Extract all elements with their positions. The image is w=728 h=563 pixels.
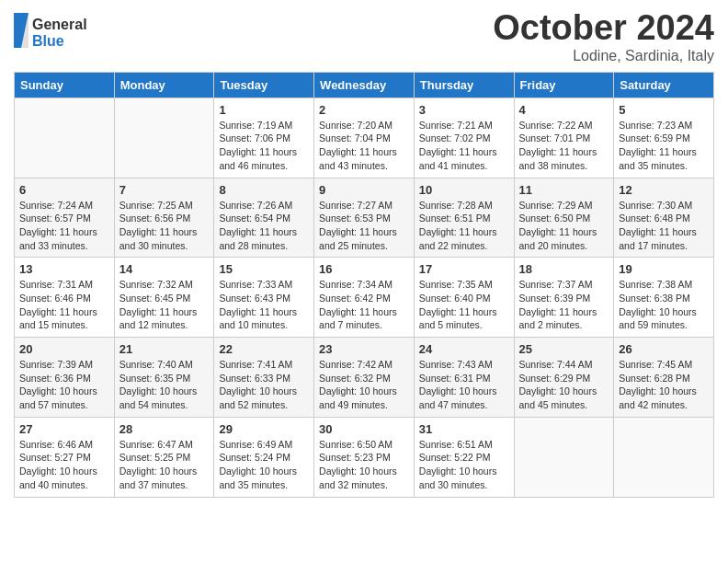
day-number: 30	[319, 422, 409, 436]
cell-info: Sunrise: 7:21 AMSunset: 7:02 PMDaylight:…	[419, 120, 497, 171]
day-number: 8	[219, 183, 309, 197]
calendar-cell: 27 Sunrise: 6:46 AMSunset: 5:27 PMDaylig…	[15, 417, 115, 497]
calendar-cell: 12 Sunrise: 7:30 AMSunset: 6:48 PMDaylig…	[614, 178, 714, 258]
day-number: 24	[419, 342, 509, 356]
cell-info: Sunrise: 7:27 AMSunset: 6:53 PMDaylight:…	[319, 200, 397, 251]
calendar-cell: 4 Sunrise: 7:22 AMSunset: 7:01 PMDayligh…	[514, 98, 614, 178]
header: General Blue October 2024 Lodine, Sardin…	[14, 9, 714, 64]
day-number: 16	[319, 262, 409, 276]
day-number: 20	[19, 342, 109, 356]
header-row: Sunday Monday Tuesday Wednesday Thursday…	[15, 72, 714, 98]
cell-info: Sunrise: 6:51 AMSunset: 5:22 PMDaylight:…	[419, 439, 497, 490]
cell-info: Sunrise: 7:26 AMSunset: 6:54 PMDaylight:…	[219, 200, 297, 251]
calendar-cell: 17 Sunrise: 7:35 AMSunset: 6:40 PMDaylig…	[414, 258, 514, 338]
cell-info: Sunrise: 7:23 AMSunset: 6:59 PMDaylight:…	[619, 120, 697, 171]
svg-text:General: General	[32, 17, 87, 32]
calendar-cell	[114, 98, 214, 178]
logo-graphic: General Blue	[14, 13, 106, 52]
cell-info: Sunrise: 7:35 AMSunset: 6:40 PMDaylight:…	[419, 279, 497, 330]
calendar-cell: 29 Sunrise: 6:49 AMSunset: 5:24 PMDaylig…	[214, 417, 314, 497]
cell-info: Sunrise: 7:43 AMSunset: 6:31 PMDaylight:…	[419, 359, 497, 410]
day-number: 21	[119, 342, 210, 356]
day-number: 10	[419, 183, 509, 197]
cell-info: Sunrise: 7:24 AMSunset: 6:57 PMDaylight:…	[19, 200, 97, 251]
col-thursday: Thursday	[414, 72, 514, 98]
day-number: 13	[19, 262, 109, 276]
col-wednesday: Wednesday	[314, 72, 415, 98]
calendar-cell: 25 Sunrise: 7:44 AMSunset: 6:29 PMDaylig…	[514, 338, 614, 418]
calendar-cell: 22 Sunrise: 7:41 AMSunset: 6:33 PMDaylig…	[214, 338, 314, 418]
calendar-cell: 28 Sunrise: 6:47 AMSunset: 5:25 PMDaylig…	[114, 417, 214, 497]
day-number: 25	[519, 342, 609, 356]
day-number: 6	[19, 183, 109, 197]
cell-info: Sunrise: 7:41 AMSunset: 6:33 PMDaylight:…	[219, 359, 297, 410]
day-number: 22	[219, 342, 309, 356]
calendar-cell	[614, 417, 714, 497]
week-row-5: 27 Sunrise: 6:46 AMSunset: 5:27 PMDaylig…	[15, 417, 714, 497]
week-row-4: 20 Sunrise: 7:39 AMSunset: 6:36 PMDaylig…	[15, 338, 714, 418]
calendar-table: Sunday Monday Tuesday Wednesday Thursday…	[14, 72, 714, 498]
cell-info: Sunrise: 7:30 AMSunset: 6:48 PMDaylight:…	[619, 200, 697, 251]
calendar-cell: 26 Sunrise: 7:45 AMSunset: 6:28 PMDaylig…	[614, 338, 714, 418]
cell-info: Sunrise: 7:20 AMSunset: 7:04 PMDaylight:…	[319, 120, 397, 171]
calendar-body: 1 Sunrise: 7:19 AMSunset: 7:06 PMDayligh…	[15, 98, 714, 497]
cell-info: Sunrise: 7:42 AMSunset: 6:32 PMDaylight:…	[319, 359, 397, 410]
cell-info: Sunrise: 7:28 AMSunset: 6:51 PMDaylight:…	[419, 200, 497, 251]
cell-info: Sunrise: 7:34 AMSunset: 6:42 PMDaylight:…	[319, 279, 397, 330]
cell-info: Sunrise: 7:40 AMSunset: 6:35 PMDaylight:…	[119, 359, 198, 410]
cell-info: Sunrise: 7:31 AMSunset: 6:46 PMDaylight:…	[19, 279, 97, 330]
col-friday: Friday	[514, 72, 614, 98]
calendar-cell: 21 Sunrise: 7:40 AMSunset: 6:35 PMDaylig…	[114, 338, 214, 418]
calendar-cell: 14 Sunrise: 7:32 AMSunset: 6:45 PMDaylig…	[114, 258, 214, 338]
cell-info: Sunrise: 7:32 AMSunset: 6:45 PMDaylight:…	[119, 279, 198, 330]
day-number: 4	[519, 103, 609, 117]
week-row-3: 13 Sunrise: 7:31 AMSunset: 6:46 PMDaylig…	[15, 258, 714, 338]
day-number: 3	[419, 103, 509, 117]
calendar-cell: 5 Sunrise: 7:23 AMSunset: 6:59 PMDayligh…	[614, 98, 714, 178]
calendar-cell: 10 Sunrise: 7:28 AMSunset: 6:51 PMDaylig…	[414, 178, 514, 258]
calendar-page: General Blue October 2024 Lodine, Sardin…	[0, 0, 728, 511]
col-monday: Monday	[114, 72, 214, 98]
calendar-cell: 2 Sunrise: 7:20 AMSunset: 7:04 PMDayligh…	[314, 98, 415, 178]
calendar-cell	[15, 98, 115, 178]
calendar-cell: 18 Sunrise: 7:37 AMSunset: 6:39 PMDaylig…	[514, 258, 614, 338]
day-number: 12	[619, 183, 709, 197]
day-number: 11	[519, 183, 609, 197]
cell-info: Sunrise: 6:50 AMSunset: 5:23 PMDaylight:…	[319, 439, 397, 490]
calendar-cell	[514, 417, 614, 497]
calendar-cell: 6 Sunrise: 7:24 AMSunset: 6:57 PMDayligh…	[15, 178, 115, 258]
cell-info: Sunrise: 7:22 AMSunset: 7:01 PMDaylight:…	[519, 120, 597, 171]
calendar-cell: 11 Sunrise: 7:29 AMSunset: 6:50 PMDaylig…	[514, 178, 614, 258]
day-number: 28	[119, 422, 210, 436]
day-number: 26	[619, 342, 709, 356]
day-number: 18	[519, 262, 609, 276]
col-tuesday: Tuesday	[214, 72, 314, 98]
calendar-cell: 3 Sunrise: 7:21 AMSunset: 7:02 PMDayligh…	[414, 98, 514, 178]
col-saturday: Saturday	[614, 72, 714, 98]
col-sunday: Sunday	[15, 72, 115, 98]
svg-text:Blue: Blue	[32, 33, 64, 49]
location-title: Lodine, Sardinia, Italy	[493, 48, 714, 64]
cell-info: Sunrise: 6:49 AMSunset: 5:24 PMDaylight:…	[219, 439, 297, 490]
calendar-cell: 1 Sunrise: 7:19 AMSunset: 7:06 PMDayligh…	[214, 98, 314, 178]
calendar-cell: 15 Sunrise: 7:33 AMSunset: 6:43 PMDaylig…	[214, 258, 314, 338]
cell-info: Sunrise: 7:33 AMSunset: 6:43 PMDaylight:…	[219, 279, 297, 330]
cell-info: Sunrise: 7:25 AMSunset: 6:56 PMDaylight:…	[119, 200, 198, 251]
cell-info: Sunrise: 7:39 AMSunset: 6:36 PMDaylight:…	[19, 359, 97, 410]
calendar-cell: 20 Sunrise: 7:39 AMSunset: 6:36 PMDaylig…	[15, 338, 115, 418]
calendar-cell: 8 Sunrise: 7:26 AMSunset: 6:54 PMDayligh…	[214, 178, 314, 258]
calendar-cell: 7 Sunrise: 7:25 AMSunset: 6:56 PMDayligh…	[114, 178, 214, 258]
day-number: 5	[619, 103, 709, 117]
day-number: 31	[419, 422, 509, 436]
calendar-cell: 13 Sunrise: 7:31 AMSunset: 6:46 PMDaylig…	[15, 258, 115, 338]
month-title: October 2024	[493, 9, 714, 48]
cell-info: Sunrise: 7:44 AMSunset: 6:29 PMDaylight:…	[519, 359, 597, 410]
calendar-cell: 19 Sunrise: 7:38 AMSunset: 6:38 PMDaylig…	[614, 258, 714, 338]
cell-info: Sunrise: 7:38 AMSunset: 6:38 PMDaylight:…	[619, 279, 697, 330]
calendar-cell: 31 Sunrise: 6:51 AMSunset: 5:22 PMDaylig…	[414, 417, 514, 497]
day-number: 15	[219, 262, 309, 276]
cell-info: Sunrise: 7:37 AMSunset: 6:39 PMDaylight:…	[519, 279, 597, 330]
cell-info: Sunrise: 7:19 AMSunset: 7:06 PMDaylight:…	[219, 120, 297, 171]
day-number: 2	[319, 103, 409, 117]
day-number: 9	[319, 183, 409, 197]
